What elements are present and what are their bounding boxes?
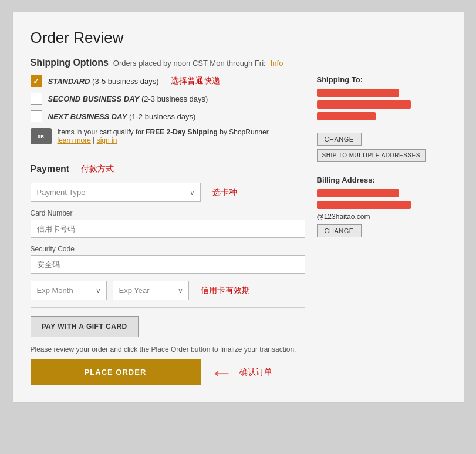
main-layout: STANDARD (3-5 business days) 选择普通快递 SECO… <box>31 75 446 385</box>
place-order-button[interactable]: PLACE ORDER <box>31 359 201 385</box>
card-number-input[interactable] <box>31 220 305 238</box>
shipping-section-title: Shipping Options <box>31 58 109 68</box>
arrow-annotation: ← 确认订单 <box>210 361 272 384</box>
payment-type-row: Payment Type Visa Mastercard American Ex… <box>31 183 305 202</box>
security-code-label: Security Code <box>31 245 305 253</box>
billing-label: Billing Address: <box>317 176 446 184</box>
billing-change-button[interactable]: CHANGE <box>317 224 362 237</box>
shipping-info-link[interactable]: Info <box>271 59 283 68</box>
gift-card-button[interactable]: PAY WITH A GIFT CARD <box>31 316 139 337</box>
shipping-address-redacted <box>317 100 411 109</box>
ship-multiple-button[interactable]: SHIP TO MULTIPLE ADDRESSES <box>317 149 426 162</box>
right-column: Shipping To: CHANGE SHIP TO MULTIPLE ADD… <box>317 75 446 385</box>
exp-annotation: 信用卡有效期 <box>201 285 250 296</box>
exp-date-row: Exp Month 01 02 12 Exp Year 2024 2025 20… <box>31 281 305 300</box>
card-number-field: Card Number <box>31 209 305 238</box>
exp-year-select-wrapper[interactable]: Exp Year 2024 2025 2026 <box>113 281 189 300</box>
payment-section-title: Payment <box>31 164 70 174</box>
shipping-options-header: Shipping Options Orders placed by noon C… <box>31 58 446 68</box>
shipping-to-section: Shipping To: CHANGE SHIP TO MULTIPLE ADD… <box>317 75 446 162</box>
billing-name-redacted <box>317 189 399 197</box>
arrow-icon: ← <box>210 361 234 384</box>
card-number-label: Card Number <box>31 209 305 217</box>
billing-section: Billing Address: @123haitao.com CHANGE <box>317 176 446 241</box>
gift-card-divider <box>31 307 305 308</box>
exp-month-select-wrapper[interactable]: Exp Month 01 02 12 <box>31 281 107 300</box>
shoprunner-text: Items in your cart qualify for FREE 2-Da… <box>58 128 269 144</box>
shoprunner-learn-more[interactable]: learn more <box>58 136 91 144</box>
payment-type-select-wrapper[interactable]: Payment Type Visa Mastercard American Ex… <box>31 183 201 202</box>
shoprunner-sign-in[interactable]: sign in <box>97 136 117 144</box>
exp-year-select[interactable]: Exp Year 2024 2025 2026 <box>113 281 189 300</box>
shipping-subtitle: Orders placed by noon CST Mon through Fr… <box>113 59 266 68</box>
order-review-page: Order Review Shipping Options Orders pla… <box>12 12 464 403</box>
security-code-input[interactable] <box>31 255 305 274</box>
shipping-option-standard[interactable]: STANDARD (3-5 business days) 选择普通快递 <box>31 75 305 87</box>
shipping-name-redacted <box>317 89 399 97</box>
shipping-label-standard: STANDARD (3-5 business days) <box>48 77 159 86</box>
exp-month-select[interactable]: Exp Month 01 02 12 <box>31 281 107 300</box>
checkbox-next-day[interactable] <box>31 110 42 122</box>
shoprunner-icon: SR <box>31 128 52 144</box>
shipping-change-button[interactable]: CHANGE <box>317 133 362 146</box>
billing-address-redacted <box>317 201 411 209</box>
shipping-label-next-day: NEXT BUSINESS DAY (1-2 business days) <box>48 112 196 121</box>
shipping-option-next-day[interactable]: NEXT BUSINESS DAY (1-2 business days) <box>31 110 305 122</box>
page-title: Order Review <box>31 29 446 47</box>
left-column: STANDARD (3-5 business days) 选择普通快递 SECO… <box>31 75 305 385</box>
confirm-order-annotation: 确认订单 <box>239 367 272 378</box>
billing-email: @123haitao.com <box>317 213 446 221</box>
shoprunner-row: SR Items in your cart qualify for FREE 2… <box>31 128 305 144</box>
bottom-text: Please review your order and click the P… <box>31 345 305 354</box>
shipping-to-label: Shipping To: <box>317 75 446 84</box>
shipping-label-second-day: SECOND BUSINESS DAY (2-3 business days) <box>48 95 208 103</box>
shipping-payment-divider <box>31 154 305 154</box>
checkbox-standard[interactable] <box>31 75 42 87</box>
annotation-standard: 选择普通快递 <box>171 76 220 86</box>
security-code-field: Security Code <box>31 245 305 274</box>
payment-type-annotation: 选卡种 <box>212 187 237 198</box>
payment-type-select[interactable]: Payment Type Visa Mastercard American Ex… <box>31 183 201 202</box>
shipping-option-second-day[interactable]: SECOND BUSINESS DAY (2-3 business days) <box>31 93 305 105</box>
payment-annotation: 付款方式 <box>81 164 114 174</box>
shipping-city-redacted <box>317 112 376 120</box>
payment-header: Payment 付款方式 <box>31 164 305 174</box>
checkbox-second-day[interactable] <box>31 93 42 105</box>
place-order-row: PLACE ORDER ← 确认订单 <box>31 359 305 385</box>
